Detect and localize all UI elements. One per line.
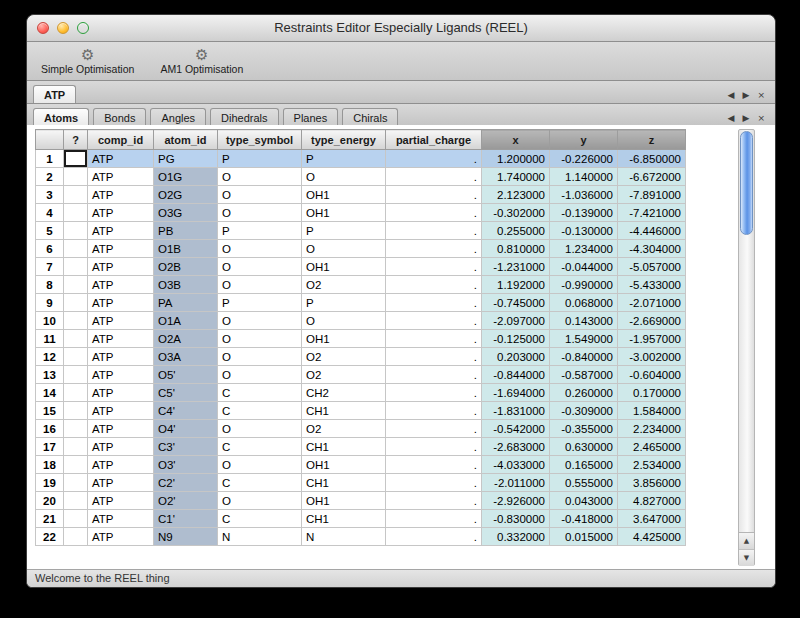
cell-atom_id[interactable]: C1' bbox=[154, 510, 218, 528]
row-header[interactable]: 22 bbox=[36, 528, 64, 546]
cell-comp_id[interactable]: ATP bbox=[88, 186, 154, 204]
cell-x[interactable]: -1.831000 bbox=[482, 402, 550, 420]
select-cell[interactable] bbox=[64, 330, 88, 348]
cell-type_energy[interactable]: O bbox=[302, 240, 386, 258]
cell-comp_id[interactable]: ATP bbox=[88, 330, 154, 348]
tab-scroll-left-icon[interactable]: ◀ bbox=[728, 90, 735, 100]
column-header-partial_charge[interactable]: partial_charge bbox=[386, 130, 482, 150]
cell-type_symbol[interactable]: N bbox=[218, 528, 302, 546]
cell-partial_charge[interactable]: . bbox=[386, 186, 482, 204]
cell-z[interactable]: -2.669000 bbox=[618, 312, 686, 330]
cell-partial_charge[interactable]: . bbox=[386, 456, 482, 474]
cell-z[interactable]: -1.957000 bbox=[618, 330, 686, 348]
cell-type_energy[interactable]: P bbox=[302, 222, 386, 240]
cell-x[interactable]: -0.125000 bbox=[482, 330, 550, 348]
cell-partial_charge[interactable]: . bbox=[386, 240, 482, 258]
cell-x[interactable]: -0.745000 bbox=[482, 294, 550, 312]
vertical-scrollbar[interactable]: ▲ ▼ bbox=[738, 129, 755, 566]
row-header[interactable]: 3 bbox=[36, 186, 64, 204]
select-cell[interactable] bbox=[64, 258, 88, 276]
cell-z[interactable]: -0.604000 bbox=[618, 366, 686, 384]
cell-x[interactable]: 0.255000 bbox=[482, 222, 550, 240]
cell-partial_charge[interactable]: . bbox=[386, 402, 482, 420]
cell-x[interactable]: -2.683000 bbox=[482, 438, 550, 456]
cell-atom_id[interactable]: O3A bbox=[154, 348, 218, 366]
cell-atom_id[interactable]: PB bbox=[154, 222, 218, 240]
cell-x[interactable]: -0.844000 bbox=[482, 366, 550, 384]
tab-scroll-right-icon[interactable]: ▶ bbox=[743, 113, 750, 123]
cell-comp_id[interactable]: ATP bbox=[88, 258, 154, 276]
select-cell[interactable] bbox=[64, 294, 88, 312]
cell-y[interactable]: -0.139000 bbox=[550, 204, 618, 222]
cell-atom_id[interactable]: C2' bbox=[154, 474, 218, 492]
cell-atom_id[interactable]: O2B bbox=[154, 258, 218, 276]
cell-z[interactable]: 1.584000 bbox=[618, 402, 686, 420]
cell-y[interactable]: 0.165000 bbox=[550, 456, 618, 474]
cell-z[interactable]: -6.850000 bbox=[618, 150, 686, 168]
cell-z[interactable]: 4.827000 bbox=[618, 492, 686, 510]
cell-y[interactable]: -0.840000 bbox=[550, 348, 618, 366]
cell-atom_id[interactable]: O3G bbox=[154, 204, 218, 222]
tab-close-icon[interactable]: × bbox=[757, 90, 765, 100]
cell-z[interactable]: 2.234000 bbox=[618, 420, 686, 438]
cell-z[interactable]: -5.433000 bbox=[618, 276, 686, 294]
row-header[interactable]: 19 bbox=[36, 474, 64, 492]
cell-atom_id[interactable]: C5' bbox=[154, 384, 218, 402]
cell-y[interactable]: 0.143000 bbox=[550, 312, 618, 330]
cell-partial_charge[interactable]: . bbox=[386, 366, 482, 384]
scroll-down-button[interactable]: ▼ bbox=[739, 549, 754, 566]
cell-comp_id[interactable]: ATP bbox=[88, 438, 154, 456]
cell-y[interactable]: 0.555000 bbox=[550, 474, 618, 492]
cell-y[interactable]: 1.234000 bbox=[550, 240, 618, 258]
cell-type_energy[interactable]: N bbox=[302, 528, 386, 546]
column-header-atom_id[interactable]: atom_id bbox=[154, 130, 218, 150]
row-header[interactable]: 4 bbox=[36, 204, 64, 222]
cell-comp_id[interactable]: ATP bbox=[88, 150, 154, 168]
row-header[interactable]: 6 bbox=[36, 240, 64, 258]
cell-z[interactable]: 3.647000 bbox=[618, 510, 686, 528]
titlebar[interactable]: Restraints Editor Especially Ligands (RE… bbox=[27, 15, 775, 42]
cell-atom_id[interactable]: O3' bbox=[154, 456, 218, 474]
select-cell[interactable] bbox=[64, 240, 88, 258]
tab-bonds[interactable]: Bonds bbox=[93, 108, 146, 126]
cell-y[interactable]: 1.140000 bbox=[550, 168, 618, 186]
cell-type_energy[interactable]: CH2 bbox=[302, 384, 386, 402]
cell-x[interactable]: -0.830000 bbox=[482, 510, 550, 528]
cell-z[interactable]: -3.002000 bbox=[618, 348, 686, 366]
row-header[interactable]: 21 bbox=[36, 510, 64, 528]
cell-y[interactable]: -1.036000 bbox=[550, 186, 618, 204]
cell-type_energy[interactable]: O2 bbox=[302, 420, 386, 438]
tab-atp[interactable]: ATP bbox=[33, 85, 76, 103]
cell-y[interactable]: 0.043000 bbox=[550, 492, 618, 510]
cell-type_symbol[interactable]: O bbox=[218, 258, 302, 276]
cell-partial_charge[interactable]: . bbox=[386, 222, 482, 240]
cell-partial_charge[interactable]: . bbox=[386, 276, 482, 294]
cell-comp_id[interactable]: ATP bbox=[88, 240, 154, 258]
cell-comp_id[interactable]: ATP bbox=[88, 168, 154, 186]
simple-optimisation-button[interactable]: ⚙ Simple Optimisation bbox=[35, 46, 140, 76]
cell-y[interactable]: -0.990000 bbox=[550, 276, 618, 294]
cell-x[interactable]: 0.332000 bbox=[482, 528, 550, 546]
cell-x[interactable]: -4.033000 bbox=[482, 456, 550, 474]
cell-type_symbol[interactable]: C bbox=[218, 438, 302, 456]
cell-z[interactable]: 2.534000 bbox=[618, 456, 686, 474]
cell-y[interactable]: 0.068000 bbox=[550, 294, 618, 312]
cell-partial_charge[interactable]: . bbox=[386, 438, 482, 456]
row-header[interactable]: 17 bbox=[36, 438, 64, 456]
cell-comp_id[interactable]: ATP bbox=[88, 492, 154, 510]
select-cell[interactable] bbox=[64, 528, 88, 546]
cell-y[interactable]: -0.044000 bbox=[550, 258, 618, 276]
select-cell[interactable] bbox=[64, 366, 88, 384]
tab-angles[interactable]: Angles bbox=[150, 108, 206, 126]
row-header[interactable]: 16 bbox=[36, 420, 64, 438]
cell-type_energy[interactable]: OH1 bbox=[302, 456, 386, 474]
cell-x[interactable]: 0.810000 bbox=[482, 240, 550, 258]
cell-partial_charge[interactable]: . bbox=[386, 312, 482, 330]
column-header-z[interactable]: z bbox=[618, 130, 686, 150]
cell-z[interactable]: -2.071000 bbox=[618, 294, 686, 312]
select-cell[interactable] bbox=[64, 420, 88, 438]
cell-type_energy[interactable]: O bbox=[302, 168, 386, 186]
row-header[interactable]: 8 bbox=[36, 276, 64, 294]
column-header-type_symbol[interactable]: type_symbol bbox=[218, 130, 302, 150]
cell-type_energy[interactable]: OH1 bbox=[302, 204, 386, 222]
